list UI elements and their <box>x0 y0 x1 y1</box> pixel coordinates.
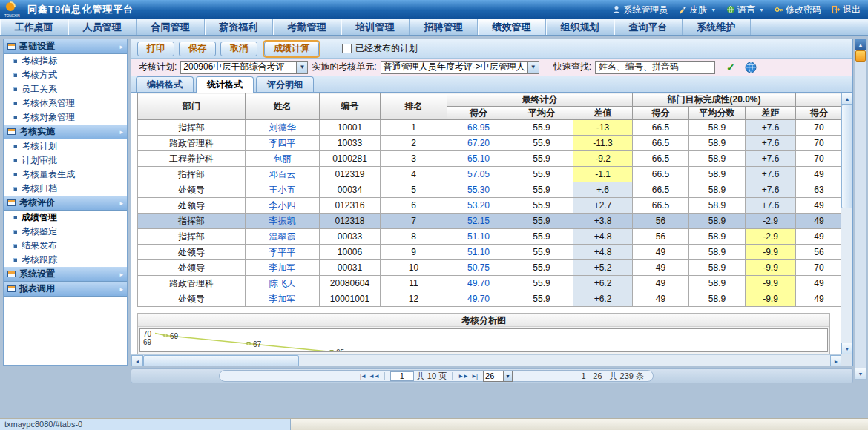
sidebar-group-5[interactable]: 报表调用▸ <box>4 282 127 297</box>
cell-rank: 12 <box>381 291 447 307</box>
table-row[interactable]: 处领导李平平10006951.1055.9+4.84958.9-9.956 <box>138 245 843 260</box>
cell-name: 刘德华 <box>246 120 320 136</box>
column-header-1: 部门 <box>138 93 246 120</box>
plan-select[interactable]: 200906中层干部综合考评 ▼ <box>180 61 308 74</box>
sidebar-item-1-4[interactable]: 考核体系管理 <box>4 96 127 110</box>
change-password[interactable]: 修改密码 <box>775 4 821 16</box>
table-row[interactable]: 处领导李小四012316653.2055.9+2.766.558.9+7.649 <box>138 198 843 214</box>
table-row[interactable]: 处领导李加军100010011249.7055.9+6.24958.9-9.94… <box>138 291 843 307</box>
skin-menu[interactable]: 皮肤 ▼ <box>678 4 716 16</box>
table-row[interactable]: 指挥部邓百云012319457.0555.9-1.166.558.9+7.649 <box>138 167 843 182</box>
sidebar-item-3-2[interactable]: 考核鉴定 <box>4 225 127 239</box>
scroll-up-icon[interactable]: ▲ <box>841 93 852 105</box>
menu-tab-work-desktop[interactable]: 工作桌面 <box>0 19 68 35</box>
table-row[interactable]: 处领导李加军000311050.7555.9+5.24958.9-9.970 <box>138 260 843 276</box>
sidebar-item-1-5[interactable]: 考核对象管理 <box>4 110 127 125</box>
current-user[interactable]: 系统管理员 <box>612 4 668 16</box>
sidebar-item-2-2[interactable]: 计划审批 <box>4 153 127 168</box>
published-plans-checkbox[interactable] <box>342 44 352 53</box>
page-number-input[interactable] <box>390 371 414 381</box>
tab-statistics-format[interactable]: 统计格式 <box>196 76 254 93</box>
sidebar-item-3-3[interactable]: 结果发布 <box>4 239 127 253</box>
menu-tab-performance[interactable]: 绩效管理 <box>478 19 546 35</box>
item-bullet-icon <box>13 116 17 119</box>
save-button[interactable]: 保存 <box>179 42 216 56</box>
page-vertical-scrollbar[interactable]: ▲ ▼ <box>855 39 867 380</box>
quick-find-input[interactable] <box>595 61 715 74</box>
last-page-button[interactable]: ►| <box>471 373 477 380</box>
sidebar-item-2-1[interactable]: 考核计划 <box>4 139 127 153</box>
menu-tab-query-platform[interactable]: 查询平台 <box>614 19 683 35</box>
menu-tab-training[interactable]: 培训管理 <box>341 19 410 35</box>
cancel-button[interactable]: 取消 <box>220 42 257 56</box>
first-page-button[interactable]: |◄ <box>360 373 366 380</box>
published-plans-filter: 已经发布的计划 <box>342 42 418 55</box>
sidebar-item-2-3[interactable]: 考核量表生成 <box>4 168 127 182</box>
print-button[interactable]: 打印 <box>137 42 174 56</box>
titlebar: TONGXIN 同鑫T9信息化管理平台 系统管理员 皮肤 ▼ 语言 ▼ 修改密码… <box>0 0 868 19</box>
group-header-2: 部门目标完成性(20.0%) <box>633 93 796 107</box>
sidebar-group-2[interactable]: 考核实施▸ <box>4 125 127 139</box>
dropdown-arrow-icon[interactable]: ▼ <box>503 371 512 381</box>
cell-extra-score: 49 <box>796 229 843 245</box>
table-row[interactable]: 处领导王小五00034555.3055.9+.666.558.9+7.663 <box>138 182 843 198</box>
sidebar-item-1-2[interactable]: 考核方式 <box>4 68 127 82</box>
menu-tab-recruitment[interactable]: 招聘管理 <box>410 19 478 35</box>
logout[interactable]: 退出 <box>832 4 861 16</box>
sidebar-item-3-1[interactable]: 成绩管理 <box>4 211 127 225</box>
table-row[interactable]: 指挥部温翠霞00033851.1055.9+4.85658.9-2.949 <box>138 229 843 245</box>
sidebar-group-1[interactable]: 基础设置▸ <box>4 39 127 54</box>
cell-name: 李小四 <box>246 198 320 214</box>
scroll-down-icon[interactable]: ▼ <box>841 343 852 354</box>
sidebar-item-label: 员工关系 <box>22 83 57 96</box>
sidebar-item-label: 考核归档 <box>22 182 57 195</box>
table-row[interactable]: 工程养护科包丽0100281365.1055.9-9.266.558.9+7.6… <box>138 151 843 167</box>
menu-tab-contract[interactable]: 合同管理 <box>137 19 205 35</box>
tab-edit-format[interactable]: 编辑格式 <box>136 76 194 92</box>
next-page-button[interactable]: ►► <box>458 373 468 380</box>
svg-text:67: 67 <box>253 340 262 348</box>
cell-dept: 处领导 <box>138 245 246 260</box>
cell-name: 包丽 <box>246 151 320 167</box>
page-size-select[interactable]: 26 ▼ <box>483 371 513 382</box>
cell-dept: 路政管理科 <box>138 276 246 291</box>
prev-page-button[interactable]: ◄◄ <box>369 373 379 380</box>
sidebar-group-4[interactable]: 系统设置▸ <box>4 267 127 282</box>
table-vertical-scrollbar[interactable]: ▲ ▼ <box>841 93 852 354</box>
menu-tab-org-planning[interactable]: 组织规划 <box>546 19 614 35</box>
confirm-icon[interactable]: ✓ <box>726 62 735 73</box>
sidebar-item-3-4[interactable]: 考核跟踪 <box>4 253 127 267</box>
cell-extra-score: 70 <box>796 120 843 136</box>
table-row[interactable]: 路政管理科李四平10033267.2055.9-11.366.558.9+7.6… <box>138 136 843 151</box>
table-horizontal-scrollbar[interactable]: ◄ ► <box>131 354 842 366</box>
cell-final-avg: 55.9 <box>510 120 573 136</box>
scroll-left-icon[interactable]: ◄ <box>131 355 143 366</box>
logo-icon: TONGXIN <box>4 1 23 19</box>
horizontal-scrollbar-thumb[interactable] <box>143 355 299 366</box>
language-menu[interactable]: 语言 ▼ <box>726 4 764 16</box>
unit-select[interactable]: 普通管理人员年度考评->中层管理人 ▼ <box>381 61 539 74</box>
sidebar-item-1-1[interactable]: 考核指标 <box>4 54 127 68</box>
dropdown-arrow-icon[interactable]: ▼ <box>527 62 539 73</box>
table-row[interactable]: 路政管理科陈飞天200806041149.7055.9+6.24958.9-9.… <box>138 276 843 291</box>
menu-tab-attendance[interactable]: 考勤管理 <box>273 19 341 35</box>
scroll-up-icon[interactable]: ▲ <box>855 39 866 50</box>
menu-tab-system-maintenance[interactable]: 系统维护 <box>683 19 751 35</box>
search-globe-icon[interactable] <box>745 62 757 73</box>
menu-tab-personnel[interactable]: 人员管理 <box>68 19 137 35</box>
cell-final-avg: 55.9 <box>510 136 573 151</box>
page-scrollbar-thumb[interactable] <box>855 50 866 62</box>
dropdown-arrow-icon[interactable]: ▼ <box>296 62 307 73</box>
table-row[interactable]: 指挥部刘德华10001168.9555.9-1366.558.9+7.670 <box>138 120 843 136</box>
tab-score-detail[interactable]: 评分明细 <box>256 76 314 92</box>
sidebar-group-3[interactable]: 考核评价▸ <box>4 196 127 211</box>
calculate-score-button[interactable]: 成绩计算 <box>264 42 319 56</box>
sidebar-item-2-4[interactable]: 考核归档 <box>4 182 127 196</box>
cell-dept-diff: +7.6 <box>746 182 796 198</box>
sidebar-item-1-3[interactable]: 员工关系 <box>4 82 127 96</box>
table-row[interactable]: 指挥部李振凯012318752.1555.9+3.85658.9-2.949 <box>138 214 843 229</box>
menu-tab-salary-welfare[interactable]: 薪资福利 <box>205 19 273 35</box>
vertical-scrollbar-thumb[interactable] <box>841 105 852 208</box>
cell-rank: 1 <box>381 120 447 136</box>
scroll-down-icon[interactable]: ▼ <box>855 368 866 379</box>
